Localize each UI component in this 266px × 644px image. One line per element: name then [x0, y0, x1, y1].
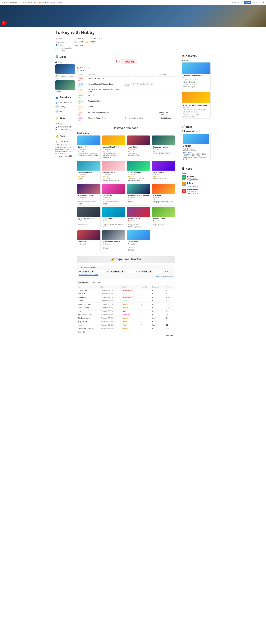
share-button[interactable]: Share — [244, 1, 251, 4]
cities-icon: 🏙️ — [56, 55, 58, 58]
hotel-2-duration: 3 days / 4 nights — [183, 116, 209, 117]
from-amount-input[interactable] — [97, 270, 106, 273]
attraction-card[interactable]: Sultan Ahmet Blue Mosque 📍Istanbul ★★★☆☆… — [127, 184, 150, 206]
sun-icon: ☀️ — [74, 41, 76, 43]
attraction-tag: Religion — [128, 201, 134, 203]
star-icon[interactable]: ☆ — [260, 2, 261, 4]
expense-exchange: 0.17 — [151, 327, 165, 330]
expense-category: Transportation — [121, 296, 140, 299]
prop-duration-label: ⏱ Duration — [56, 41, 74, 43]
person-dot — [56, 156, 56, 156]
attraction-card[interactable]: Hagia Sofia 📍Istanbul ★★★★★ hagiasophia.… — [127, 135, 150, 159]
expense-date: February 26, 2019 — [100, 320, 121, 324]
attraction-card[interactable]: Grand Bazar 📍Istanbul ★★★☆☆ AMAZING Souv… — [127, 230, 150, 252]
cost-flights: Flights and Trans.: 1000 — [56, 148, 75, 150]
file-todo[interactable]: 📋 To-do — [56, 123, 75, 126]
attraction-card[interactable]: Nurorsumina mosque 📍Istanbul ★★★★☆ Relig… — [102, 230, 126, 252]
breadcrumb-turkey[interactable]: 📔 Turkey with Hubby — [39, 2, 55, 4]
expense-amount: 6.8 — [165, 316, 175, 320]
row-time: 09:00 am — [77, 88, 87, 94]
fellow-travellers-label[interactable]: 👥 Fellow Travellers ▼ — [56, 102, 75, 104]
app-store[interactable]: play.google.com — [187, 179, 198, 180]
from-currency-select[interactable]: CA - Ca... — [82, 270, 94, 273]
currency-date-link[interactable]: December 19, 2022 14:30:04 — [79, 274, 98, 276]
attraction-card[interactable]: Topkapi Palace 📍Istanbul ★★★★☆ muze.gen.… — [102, 161, 126, 182]
accomm-help-2[interactable]: ? — [182, 121, 182, 122]
prop-date-value[interactable]: February 24, 2019 → March 7, 2019 — [74, 38, 102, 40]
comment-icon[interactable]: 💬 — [253, 2, 255, 4]
flight-row: ✈ TK697 — [183, 145, 209, 148]
attraction-tags: Parks — [103, 203, 124, 205]
to-currency-select[interactable]: USD - Unit... — [110, 270, 124, 273]
traveler-me: M Me — [56, 109, 75, 113]
attraction-thumb — [77, 184, 100, 194]
to-amount-input[interactable] — [127, 270, 135, 273]
trans-help[interactable]: ? — [182, 163, 182, 164]
attraction-card[interactable]: Basilica Cistern 📍Istanbul ★★★★☆ lonelyp… — [127, 207, 150, 229]
eur-amount-input[interactable] — [155, 270, 164, 273]
app-store[interactable]: play.google.com — [187, 192, 198, 194]
file-itinerary[interactable]: 🗺 Printable Itinerary — [56, 128, 75, 131]
expense-category: Tickets — [121, 327, 140, 330]
attraction-card[interactable]: The Maiden's tower 📍Istanbul ★★★★☆ Beaut… — [77, 184, 100, 206]
attraction-card[interactable]: Dolmabahçe palace 📍Istanbul ★★★★☆ Palace… — [152, 135, 175, 159]
breadcrumb-my-adventures[interactable]: 📔 My Adventures — [22, 2, 36, 4]
attraction-card[interactable]: Bosphorus cruise 📍Istanbul ★★★★★ History — [77, 161, 100, 182]
file-emergency[interactable]: 📞 Emergency Conta... — [56, 126, 75, 128]
row-description: Visit Nurosumina Mosque — [87, 111, 124, 116]
attraction-card[interactable]: Çamlıca hill 📍Istanbul ★★★★☆ Awesome vie… — [102, 184, 126, 206]
backlinks-toggle[interactable]: › 18 backlinks — [56, 50, 210, 52]
apps-help[interactable]: ? — [182, 196, 182, 198]
attraction-stars: ★★★★☆ — [153, 199, 174, 200]
trans-dropdown[interactable]: ▼ — [198, 130, 200, 132]
city-card-istanbul[interactable]: Istanbul MY 8 MUST DO THINGS IN Istan — [56, 64, 75, 79]
expense-item: Basilica Cistern — [77, 316, 100, 320]
accomm-help[interactable]: ? — [210, 55, 210, 57]
tab-by-category[interactable]: ⊞ By Category — [91, 281, 105, 284]
attraction-card[interactable]: Eyup Sultan mosque 📍Istanbul ★★★★☆ tripa… — [77, 207, 100, 229]
currency-source-link[interactable]: FreeCurrency-Rates.com — [156, 276, 174, 278]
attraction-desc: Great view and coffee — [153, 178, 174, 179]
costs-db-link[interactable]: ⊞ Turkey with H... — [56, 140, 75, 143]
hotel-1-name: Gulhane Garden Hotel — [183, 75, 209, 77]
row-details — [124, 88, 158, 94]
attraction-card[interactable]: Galata Tower 📍Istanbul ★★★☆☆ Okay but no… — [102, 207, 126, 229]
attraction-card[interactable]: ↔ Galata Bridge 📍Istanbul ★★★★☆ Loved th… — [127, 161, 150, 182]
attraction-card[interactable]: Princess island 📍Istanbul ★★★☆☆ ParksSea… — [152, 207, 175, 229]
history-icon[interactable]: 🕐 — [256, 2, 258, 4]
app-store[interactable]: play.google.com — [187, 186, 198, 187]
attraction-card[interactable]: Rumeli Hisan 📍Istanbul ★★★☆☆ — [77, 230, 100, 252]
expense-date: February 24, 2019 — [100, 289, 121, 292]
return-flight-link[interactable]: Return Flight — [183, 152, 192, 153]
more-icon[interactable]: ••• — [262, 2, 264, 4]
hotel-card-2: Four Seasons Sultan Ahmet ★★★★★ Four Sea… — [182, 92, 210, 118]
expense-category: Shopping — [121, 313, 140, 316]
row-attraction — [158, 105, 175, 111]
attraction-card[interactable]: Pierre Loti Hill 📍Istanbul ★★★★☆ Great v… — [152, 161, 175, 182]
attraction-name: Grand Bazar — [128, 241, 149, 243]
attraction-location: 📍Istanbul — [78, 243, 100, 245]
city-card-sapanca[interactable]: Sapanca — [56, 80, 75, 92]
breadcrumb-notion-templates[interactable]: Notion Templates / ... — [4, 2, 20, 4]
days-badge: ☀️ 12 days — [74, 40, 84, 43]
expense-local: 100 — [140, 292, 151, 296]
tab-expenses[interactable]: ⊞ Expenses — [77, 281, 89, 284]
attraction-card[interactable]: Venezia Mega Outlet 📍Istanbul ★★★★☆ Awes… — [102, 135, 126, 159]
attraction-location: 📍Istanbul — [153, 220, 174, 222]
sapanca-thumb — [56, 80, 75, 90]
th-category: Category — [121, 285, 140, 289]
attraction-stars: ★★★★☆ — [103, 150, 124, 152]
eur-currency-select[interactable]: EUR - ... — [141, 270, 152, 273]
attraction-card[interactable]: İstiklal Ave. 📍Istanbul ★★★★☆ ShoppingRe… — [152, 184, 175, 206]
row-description: Rest at the Hotel — [87, 99, 124, 105]
attraction-location: 📍Istanbul — [128, 148, 149, 150]
attraction-body: Grand Bazar 📍Istanbul ★★★☆☆ AMAZING Souv… — [127, 240, 150, 252]
attraction-card[interactable]: Ortaköy Area 📍Istanbul ★★★★★ Loved the K… — [77, 135, 100, 159]
full-itinerary-link[interactable]: 📋 Full Itinerary — [77, 66, 175, 68]
more-props-toggle[interactable]: › 15 more properties — [56, 47, 210, 49]
row-attraction: ↔ Galata Bridge — [158, 116, 175, 122]
breadcrumb-label: Notion Templates / ... — [4, 2, 20, 4]
attraction-desc: AMAZING Souvenirs — [128, 247, 149, 249]
attraction-tag: Palace — [153, 152, 158, 154]
flight-number: TK697 — [185, 145, 191, 147]
